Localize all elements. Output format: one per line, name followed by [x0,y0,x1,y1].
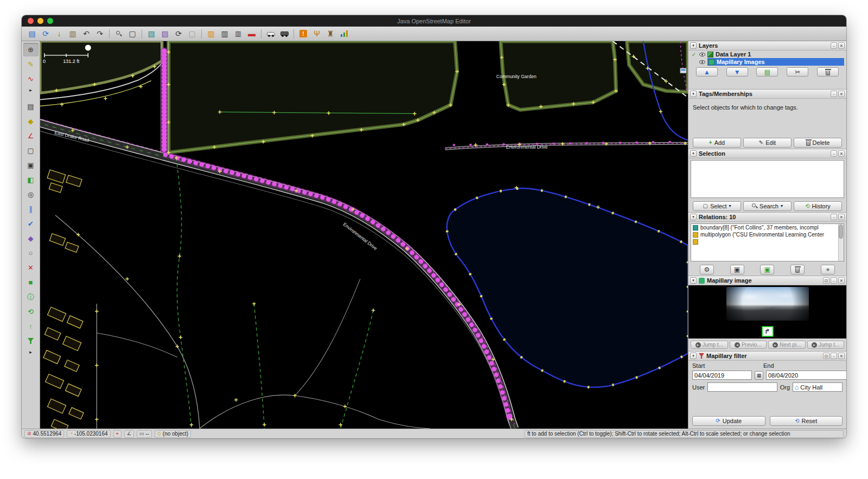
delete-relation-button[interactable] [790,265,805,274]
sync-button[interactable]: ⟳ [39,28,52,40]
collapse-icon[interactable]: ▾ [690,214,697,220]
circle-tool-button[interactable]: ○ [23,246,39,260]
relation-row[interactable]: multipolygon ("CSU Environmental Learnin… [691,231,844,238]
select-box-tool-button[interactable]: ▢ [23,144,39,157]
selection-list[interactable] [691,160,844,198]
street-photo-thumbnail[interactable] [726,287,809,321]
redo-button[interactable]: ↷ [93,28,106,40]
relations-scrollbar[interactable] [838,224,844,261]
update-filter-button[interactable]: ⟳Update [692,416,765,426]
wand-tool-button[interactable]: ◆ [23,232,39,245]
previous-picture-button[interactable]: ◄Previo... [730,341,767,349]
search-menu-button[interactable]: Search▾ [743,201,792,211]
measure-tool-button[interactable]: ∠ [23,129,39,143]
edit-box-tool-button[interactable]: ▣ [23,158,39,172]
inactive-tool-button[interactable]: ▢ [186,28,199,40]
minimize-window-button[interactable] [37,18,43,24]
relation-row-partial[interactable] [691,238,844,245]
collapse-icon[interactable]: ▾ [690,150,697,157]
layer-delete-button[interactable] [817,67,839,76]
restriction-button[interactable]: ▬ [245,28,258,40]
eye-icon[interactable] [699,53,705,56]
restaurant-preset-button[interactable]: Ψ [310,28,323,40]
user-input[interactable] [707,382,777,392]
collapse-icon[interactable]: ▾ [690,91,697,97]
history-button[interactable]: ⟲History [794,201,842,211]
organization-input[interactable]: ⌂ City Hall [793,382,843,392]
castle-preset-button[interactable]: ♜ [324,28,337,40]
sticky-icon[interactable]: - [831,150,837,157]
map-canvas[interactable]: Community Garden Environmental Drive Env… [40,41,688,429]
end-date-input[interactable] [766,371,846,380]
sticky-icon[interactable]: - [831,42,837,49]
reset-filter-button[interactable]: ⟲Reset [770,416,843,426]
select-relation-members-button[interactable]: ⌖ [821,265,835,274]
map-style-button[interactable]: ▨ [158,28,171,40]
layer-row-mapillary[interactable]: Mapillary Images [688,58,846,66]
scrollbar-thumb[interactable] [839,225,843,239]
warning-preset-button[interactable]: ! [297,28,310,40]
zoom-selection-button[interactable] [112,28,125,40]
sticky-icon[interactable]: - [831,91,837,97]
parallel-way-tool-button[interactable]: ∥ [23,202,39,216]
layer-up-button[interactable]: ▲ [696,67,718,76]
close-icon[interactable]: ✕ [838,277,845,284]
layers-tool-button[interactable]: ▤ [23,100,39,113]
collapse-icon[interactable]: ▾ [690,277,697,284]
close-icon[interactable]: ✕ [838,150,845,157]
duplicate-relation-button[interactable]: ▣ [760,265,774,274]
eye-icon[interactable] [699,60,705,64]
crossing-button[interactable]: ▥ [232,28,245,40]
mapillary-image-viewer[interactable]: ↱ [688,285,846,339]
close-icon[interactable]: ✕ [838,91,845,97]
pan-tool-button[interactable]: ⊕ [23,43,39,56]
validate-tool-button[interactable]: ✔ [23,217,39,231]
layer-merge-button[interactable]: ▤ [756,67,778,76]
detach-icon[interactable]: ⊡ [823,277,829,284]
zoom-window-button[interactable] [47,18,53,24]
relation-row[interactable]: boundary[8] ("Fort Collins", 37 members,… [691,224,844,231]
expand-tools-top-button[interactable]: ▸ [23,87,39,93]
close-icon[interactable]: ✕ [838,353,845,359]
delete-tag-button[interactable]: Delete [794,138,842,148]
sticky-icon[interactable]: - [831,277,837,284]
draw-tool-button[interactable]: ✎ [23,58,39,71]
chart-preset-button[interactable] [337,28,350,40]
download-button[interactable]: ↓ [53,28,66,40]
close-window-button[interactable] [28,18,34,24]
close-icon[interactable]: ✕ [838,42,845,49]
zoom-box-tool-button[interactable]: ◎ [23,188,39,201]
relations-list[interactable]: boundary[8] ("Fort Collins", 37 members,… [691,223,844,261]
upload-selection-button[interactable]: ↑ [23,320,39,333]
junction-arrow-button[interactable]: ↱ [762,326,774,337]
filter-tool-button[interactable] [23,334,39,348]
collapse-icon[interactable]: ▾ [690,42,697,49]
terrace-tool-button[interactable]: ■ [23,276,39,289]
calendar-button[interactable]: ▦ [755,371,763,380]
close-icon[interactable]: ✕ [838,214,845,220]
open-button[interactable]: ▤ [25,28,39,40]
edit-tag-button[interactable]: ✎Edit [743,138,792,148]
barrier-columns-button[interactable]: ▥ [205,28,218,40]
next-picture-button[interactable]: ►Next pi... [768,341,806,349]
move-box-tool-button[interactable]: ◧ [23,173,39,187]
add-tag-button[interactable]: +Add [693,138,741,148]
jump-to-start-button[interactable]: ►Jump t... [691,341,728,349]
select-area-button[interactable]: ▢ [126,28,139,40]
edit-relation-button[interactable]: ▣ [730,265,744,274]
detach-icon[interactable]: ⊡ [823,353,829,359]
layer-duplicate-button[interactable]: ✂ [787,67,808,76]
car-preset-button[interactable] [264,28,277,40]
collapse-icon[interactable]: ▾ [690,353,697,359]
truck-preset-button[interactable] [278,28,291,40]
delete-tool-button[interactable]: ✕ [23,261,39,274]
sticky-icon[interactable]: - [831,214,837,220]
start-date-input[interactable] [692,371,752,380]
info-tool-button[interactable]: ⓘ [23,290,39,304]
layer-row-data[interactable]: ✓ Data Layer 1 [688,50,846,58]
undo-button[interactable]: ↶ [80,28,93,40]
select-menu-button[interactable]: ▢Select▾ [693,201,741,211]
lanes-button[interactable]: ▥ [218,28,231,40]
refresh-button[interactable]: ⟳ [172,28,185,40]
expand-tools-bottom-button[interactable]: ▸ [23,349,39,355]
